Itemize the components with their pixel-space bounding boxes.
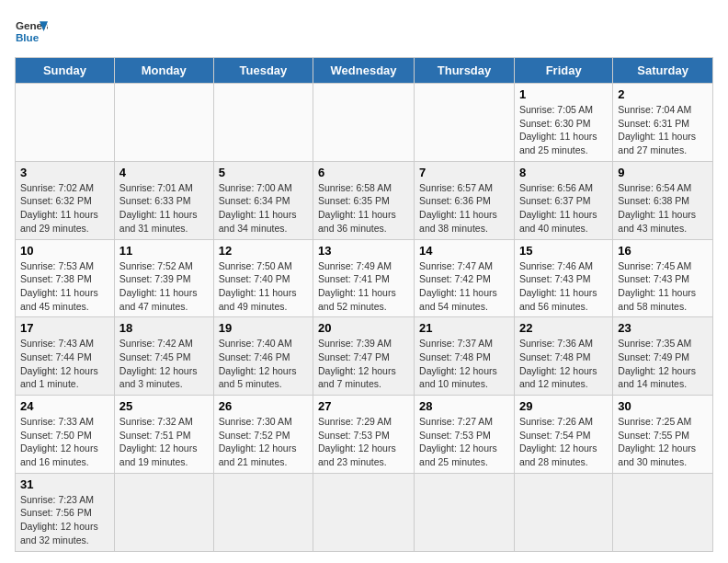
calendar-cell: 24Sunrise: 7:33 AM Sunset: 7:50 PM Dayli… bbox=[16, 396, 115, 474]
calendar-cell bbox=[16, 84, 115, 162]
day-info: Sunrise: 7:05 AM Sunset: 6:30 PM Dayligh… bbox=[519, 103, 608, 157]
calendar-table: SundayMondayTuesdayWednesdayThursdayFrid… bbox=[15, 57, 713, 552]
day-info: Sunrise: 7:00 AM Sunset: 6:34 PM Dayligh… bbox=[219, 181, 308, 236]
day-number: 13 bbox=[318, 244, 409, 258]
day-number: 19 bbox=[219, 321, 308, 335]
calendar-cell: 25Sunrise: 7:32 AM Sunset: 7:51 PM Dayli… bbox=[114, 396, 213, 474]
calendar-week-row: 3Sunrise: 7:02 AM Sunset: 6:32 PM Daylig… bbox=[16, 161, 713, 239]
calendar-week-row: 31Sunrise: 7:23 AM Sunset: 7:56 PM Dayli… bbox=[16, 473, 713, 551]
day-number: 4 bbox=[119, 166, 209, 179]
day-info: Sunrise: 7:33 AM Sunset: 7:50 PM Dayligh… bbox=[20, 415, 109, 469]
calendar-cell bbox=[213, 84, 313, 162]
day-number: 28 bbox=[419, 399, 509, 413]
day-number: 17 bbox=[20, 321, 109, 335]
day-number: 31 bbox=[20, 477, 109, 491]
day-number: 27 bbox=[318, 399, 409, 413]
page-header: General Blue bbox=[15, 15, 713, 48]
calendar-cell bbox=[213, 473, 313, 551]
calendar-cell: 9Sunrise: 6:54 AM Sunset: 6:38 PM Daylig… bbox=[613, 161, 713, 239]
day-info: Sunrise: 7:29 AM Sunset: 7:53 PM Dayligh… bbox=[318, 415, 409, 469]
calendar-cell: 27Sunrise: 7:29 AM Sunset: 7:53 PM Dayli… bbox=[313, 396, 415, 474]
weekday-header: Saturday bbox=[613, 58, 713, 84]
day-info: Sunrise: 7:52 AM Sunset: 7:39 PM Dayligh… bbox=[119, 259, 209, 314]
calendar-cell: 10Sunrise: 7:53 AM Sunset: 7:38 PM Dayli… bbox=[16, 239, 115, 317]
day-info: Sunrise: 7:50 AM Sunset: 7:40 PM Dayligh… bbox=[219, 259, 308, 314]
day-number: 8 bbox=[519, 166, 608, 179]
day-number: 14 bbox=[419, 244, 509, 258]
day-info: Sunrise: 7:40 AM Sunset: 7:46 PM Dayligh… bbox=[219, 337, 308, 391]
calendar-cell: 4Sunrise: 7:01 AM Sunset: 6:33 PM Daylig… bbox=[114, 161, 213, 239]
day-number: 9 bbox=[618, 166, 708, 179]
day-info: Sunrise: 7:02 AM Sunset: 6:32 PM Dayligh… bbox=[20, 181, 109, 236]
calendar-cell: 20Sunrise: 7:39 AM Sunset: 7:47 PM Dayli… bbox=[313, 317, 415, 396]
day-number: 22 bbox=[519, 321, 608, 335]
day-info: Sunrise: 7:46 AM Sunset: 7:43 PM Dayligh… bbox=[519, 259, 608, 314]
calendar-cell: 13Sunrise: 7:49 AM Sunset: 7:41 PM Dayli… bbox=[313, 239, 415, 317]
calendar-cell: 5Sunrise: 7:00 AM Sunset: 6:34 PM Daylig… bbox=[213, 161, 313, 239]
day-info: Sunrise: 7:43 AM Sunset: 7:44 PM Dayligh… bbox=[20, 337, 109, 391]
day-info: Sunrise: 7:23 AM Sunset: 7:56 PM Dayligh… bbox=[20, 493, 109, 547]
calendar-cell bbox=[313, 473, 415, 551]
calendar-week-row: 17Sunrise: 7:43 AM Sunset: 7:44 PM Dayli… bbox=[16, 317, 713, 396]
day-info: Sunrise: 7:53 AM Sunset: 7:38 PM Dayligh… bbox=[20, 259, 109, 314]
calendar-cell: 2Sunrise: 7:04 AM Sunset: 6:31 PM Daylig… bbox=[613, 84, 713, 162]
calendar-cell: 21Sunrise: 7:37 AM Sunset: 7:48 PM Dayli… bbox=[415, 317, 515, 396]
calendar-cell bbox=[514, 473, 612, 551]
weekday-header-row: SundayMondayTuesdayWednesdayThursdayFrid… bbox=[16, 58, 713, 84]
calendar-cell bbox=[313, 84, 415, 162]
day-info: Sunrise: 7:27 AM Sunset: 7:53 PM Dayligh… bbox=[419, 415, 509, 469]
calendar-cell bbox=[114, 473, 213, 551]
weekday-header: Friday bbox=[514, 58, 612, 84]
day-number: 26 bbox=[219, 399, 308, 413]
calendar-week-row: 24Sunrise: 7:33 AM Sunset: 7:50 PM Dayli… bbox=[16, 396, 713, 474]
svg-text:Blue: Blue bbox=[16, 31, 40, 43]
calendar-cell bbox=[613, 473, 713, 551]
day-info: Sunrise: 7:26 AM Sunset: 7:54 PM Dayligh… bbox=[519, 415, 608, 469]
calendar-week-row: 1Sunrise: 7:05 AM Sunset: 6:30 PM Daylig… bbox=[16, 84, 713, 162]
logo-icon: General Blue bbox=[15, 15, 48, 48]
day-info: Sunrise: 7:04 AM Sunset: 6:31 PM Dayligh… bbox=[618, 103, 708, 157]
day-number: 20 bbox=[318, 321, 409, 335]
calendar-cell: 7Sunrise: 6:57 AM Sunset: 6:36 PM Daylig… bbox=[415, 161, 515, 239]
calendar-cell: 3Sunrise: 7:02 AM Sunset: 6:32 PM Daylig… bbox=[16, 161, 115, 239]
weekday-header: Thursday bbox=[415, 58, 515, 84]
day-number: 5 bbox=[219, 166, 308, 179]
calendar-cell: 8Sunrise: 6:56 AM Sunset: 6:37 PM Daylig… bbox=[514, 161, 612, 239]
day-number: 15 bbox=[519, 244, 608, 258]
day-number: 12 bbox=[219, 244, 308, 258]
calendar-cell: 28Sunrise: 7:27 AM Sunset: 7:53 PM Dayli… bbox=[415, 396, 515, 474]
day-info: Sunrise: 7:47 AM Sunset: 7:42 PM Dayligh… bbox=[419, 259, 509, 314]
calendar-cell: 16Sunrise: 7:45 AM Sunset: 7:43 PM Dayli… bbox=[613, 239, 713, 317]
weekday-header: Wednesday bbox=[313, 58, 415, 84]
calendar-cell bbox=[114, 84, 213, 162]
day-info: Sunrise: 7:01 AM Sunset: 6:33 PM Dayligh… bbox=[119, 181, 209, 236]
day-info: Sunrise: 6:57 AM Sunset: 6:36 PM Dayligh… bbox=[419, 181, 509, 236]
calendar-cell: 11Sunrise: 7:52 AM Sunset: 7:39 PM Dayli… bbox=[114, 239, 213, 317]
day-number: 11 bbox=[119, 244, 209, 258]
day-number: 2 bbox=[618, 87, 708, 101]
day-number: 30 bbox=[618, 399, 708, 413]
weekday-header: Sunday bbox=[16, 58, 115, 84]
day-info: Sunrise: 7:45 AM Sunset: 7:43 PM Dayligh… bbox=[618, 259, 708, 314]
calendar-cell: 31Sunrise: 7:23 AM Sunset: 7:56 PM Dayli… bbox=[16, 473, 115, 551]
calendar-week-row: 10Sunrise: 7:53 AM Sunset: 7:38 PM Dayli… bbox=[16, 239, 713, 317]
calendar-cell: 1Sunrise: 7:05 AM Sunset: 6:30 PM Daylig… bbox=[514, 84, 612, 162]
day-info: Sunrise: 7:37 AM Sunset: 7:48 PM Dayligh… bbox=[419, 337, 509, 391]
day-info: Sunrise: 7:49 AM Sunset: 7:41 PM Dayligh… bbox=[318, 259, 409, 314]
day-info: Sunrise: 7:35 AM Sunset: 7:49 PM Dayligh… bbox=[618, 337, 708, 391]
day-info: Sunrise: 6:58 AM Sunset: 6:35 PM Dayligh… bbox=[318, 181, 409, 236]
calendar-cell: 17Sunrise: 7:43 AM Sunset: 7:44 PM Dayli… bbox=[16, 317, 115, 396]
day-number: 24 bbox=[20, 399, 109, 413]
day-number: 23 bbox=[618, 321, 708, 335]
calendar-cell bbox=[415, 473, 515, 551]
weekday-header: Monday bbox=[114, 58, 213, 84]
calendar-cell: 30Sunrise: 7:25 AM Sunset: 7:55 PM Dayli… bbox=[613, 396, 713, 474]
calendar-cell: 6Sunrise: 6:58 AM Sunset: 6:35 PM Daylig… bbox=[313, 161, 415, 239]
calendar-cell: 19Sunrise: 7:40 AM Sunset: 7:46 PM Dayli… bbox=[213, 317, 313, 396]
day-number: 1 bbox=[519, 87, 608, 101]
day-number: 10 bbox=[20, 244, 109, 258]
calendar-cell: 18Sunrise: 7:42 AM Sunset: 7:45 PM Dayli… bbox=[114, 317, 213, 396]
day-number: 25 bbox=[119, 399, 209, 413]
calendar-cell: 26Sunrise: 7:30 AM Sunset: 7:52 PM Dayli… bbox=[213, 396, 313, 474]
calendar-cell: 12Sunrise: 7:50 AM Sunset: 7:40 PM Dayli… bbox=[213, 239, 313, 317]
